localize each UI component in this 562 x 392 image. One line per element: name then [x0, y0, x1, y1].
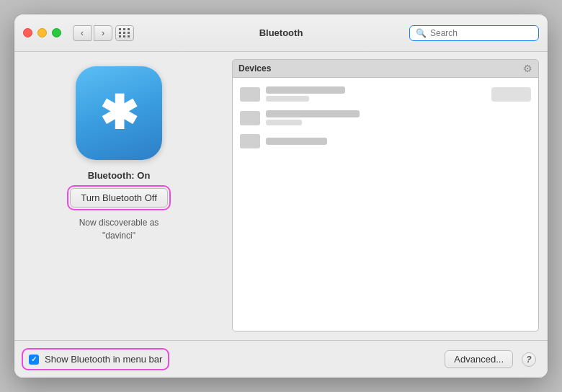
- device-icon: [240, 87, 260, 102]
- show-menu-bar-group: ✓ Show Bluetooth in menu bar: [26, 352, 165, 366]
- titlebar: ‹ › Bluetooth 🔍: [14, 14, 548, 52]
- device-icon: [240, 134, 260, 148]
- content-area: ✱ Bluetooth: On Turn Bluetooth Off Now d…: [14, 52, 548, 340]
- nav-buttons: ‹ ›: [73, 25, 112, 41]
- bluetooth-status: Bluetooth: On: [88, 170, 151, 181]
- search-input[interactable]: [430, 28, 532, 38]
- gear-icon[interactable]: ⚙: [523, 63, 532, 74]
- minimize-button[interactable]: [37, 28, 47, 37]
- zoom-button[interactable]: [52, 28, 61, 37]
- show-bluetooth-menu-bar-checkbox[interactable]: ✓: [29, 355, 39, 365]
- traffic-lights: [23, 28, 61, 37]
- close-button[interactable]: [23, 28, 32, 37]
- back-button[interactable]: ‹: [73, 25, 92, 41]
- device-info: [266, 110, 531, 125]
- search-box[interactable]: 🔍: [409, 25, 539, 41]
- bottom-bar: ✓ Show Bluetooth in menu bar Advanced...…: [14, 340, 548, 378]
- bluetooth-icon: ✱: [99, 90, 138, 136]
- advanced-button[interactable]: Advanced...: [445, 350, 513, 368]
- device-name-blur: [266, 138, 327, 145]
- main-window: ‹ › Bluetooth 🔍 ✱ Bluetooth: On Turn Blu…: [14, 14, 548, 378]
- right-panel: Devices ⚙: [223, 52, 548, 340]
- device-name-blur: [266, 110, 360, 117]
- device-action-blur: [491, 87, 531, 102]
- grid-icon: [119, 28, 130, 37]
- grid-view-button[interactable]: [115, 25, 134, 41]
- window-title: Bluetooth: [259, 27, 303, 38]
- help-button[interactable]: ?: [522, 352, 536, 367]
- device-icon: [240, 111, 260, 125]
- device-sub-blur: [266, 120, 302, 125]
- table-row: [233, 130, 538, 153]
- device-info: [266, 138, 531, 145]
- device-info: [266, 86, 486, 102]
- search-icon: 🔍: [416, 28, 427, 38]
- checkmark-icon: ✓: [31, 356, 37, 363]
- devices-list: [232, 78, 539, 331]
- left-panel: ✱ Bluetooth: On Turn Bluetooth Off Now d…: [14, 52, 223, 340]
- show-bluetooth-menu-bar-label: Show Bluetooth in menu bar: [45, 354, 162, 365]
- table-row: [233, 82, 538, 106]
- device-name-blur: [266, 86, 345, 94]
- forward-button[interactable]: ›: [94, 25, 112, 41]
- bluetooth-icon-container: ✱: [76, 66, 162, 160]
- devices-label: Devices: [238, 63, 271, 74]
- device-sub-blur: [266, 96, 309, 102]
- discoverable-text: Now discoverable as "davinci": [79, 216, 159, 242]
- turn-bluetooth-off-button[interactable]: Turn Bluetooth Off: [70, 188, 168, 208]
- devices-header: Devices ⚙: [232, 59, 539, 78]
- table-row: [233, 106, 538, 130]
